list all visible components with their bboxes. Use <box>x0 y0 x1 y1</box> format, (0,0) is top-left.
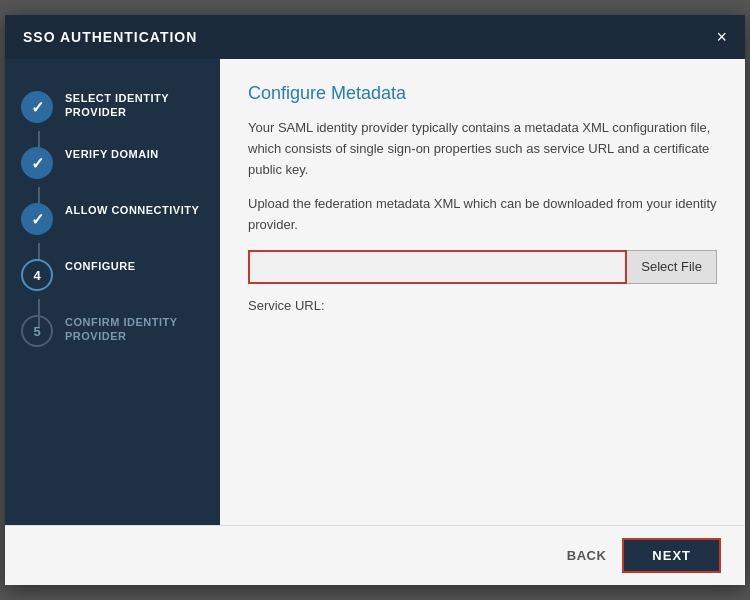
sidebar: ✓ SELECT IDENTITYPROVIDER ✓ VERIFY DOMAI… <box>5 59 220 525</box>
step-circle-1: ✓ <box>21 91 53 123</box>
step-label-1: SELECT IDENTITYPROVIDER <box>65 91 169 120</box>
modal-footer: BACK NEXT <box>5 525 745 585</box>
content-desc-1: Your SAML identity provider typically co… <box>248 118 717 180</box>
step-number-5: 5 <box>33 324 40 339</box>
step-number-4: 4 <box>33 268 40 283</box>
modal-header: SSO AUTHENTICATION × <box>5 15 745 59</box>
step-circle-5: 5 <box>21 315 53 347</box>
main-content: Configure Metadata Your SAML identity pr… <box>220 59 745 525</box>
sso-modal: SSO AUTHENTICATION × ✓ SELECT IDENTITYPR… <box>5 15 745 585</box>
step-item-5: 5 CONFIRM IDENTITYPROVIDER <box>5 303 220 359</box>
step-check-3: ✓ <box>31 210 44 229</box>
step-label-2: VERIFY DOMAIN <box>65 147 159 161</box>
step-label-text-1: SELECT IDENTITYPROVIDER <box>65 91 169 120</box>
step-label-text-3: ALLOW CONNECTIVITY <box>65 203 199 217</box>
step-label-text-5: CONFIRM IDENTITYPROVIDER <box>65 315 178 344</box>
step-label-5: CONFIRM IDENTITYPROVIDER <box>65 315 178 344</box>
step-circle-3: ✓ <box>21 203 53 235</box>
step-circle-4: 4 <box>21 259 53 291</box>
step-check-1: ✓ <box>31 98 44 117</box>
step-item-1: ✓ SELECT IDENTITYPROVIDER <box>5 79 220 135</box>
select-file-button[interactable]: Select File <box>627 250 717 284</box>
step-check-2: ✓ <box>31 154 44 173</box>
file-input[interactable] <box>248 250 627 284</box>
modal-title: SSO AUTHENTICATION <box>23 29 197 45</box>
modal-body: ✓ SELECT IDENTITYPROVIDER ✓ VERIFY DOMAI… <box>5 59 745 525</box>
step-label-text-2: VERIFY DOMAIN <box>65 147 159 161</box>
step-label-text-4: CONFIGURE <box>65 259 136 273</box>
content-desc-2: Upload the federation metadata XML which… <box>248 194 717 236</box>
content-title: Configure Metadata <box>248 83 717 104</box>
back-button[interactable]: BACK <box>567 548 607 563</box>
step-circle-2: ✓ <box>21 147 53 179</box>
next-button[interactable]: NEXT <box>622 538 721 573</box>
upload-row: Select File <box>248 250 717 284</box>
step-label-4: CONFIGURE <box>65 259 136 273</box>
step-item-2: ✓ VERIFY DOMAIN <box>5 135 220 191</box>
content-area: Configure Metadata Your SAML identity pr… <box>248 83 717 525</box>
step-label-3: ALLOW CONNECTIVITY <box>65 203 199 217</box>
close-button[interactable]: × <box>716 28 727 46</box>
service-url-label: Service URL: <box>248 298 717 313</box>
step-item-4: 4 CONFIGURE <box>5 247 220 303</box>
step-item-3: ✓ ALLOW CONNECTIVITY <box>5 191 220 247</box>
